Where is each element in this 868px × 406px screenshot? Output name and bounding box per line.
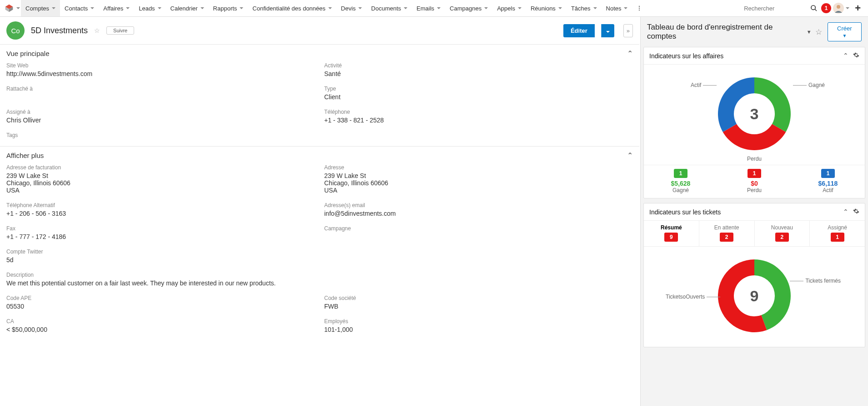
app-menu-caret[interactable] [16, 7, 20, 9]
user-avatar[interactable] [832, 2, 845, 15]
kpi-label: Perdu [717, 187, 791, 193]
favorite-star-icon[interactable]: ☆ [94, 27, 100, 34]
nav-item-notes[interactable]: Notes [602, 0, 632, 16]
nav-item-calendrier[interactable]: Calendrier [166, 0, 209, 16]
chevron-down-icon [404, 7, 407, 9]
nav-item-leads[interactable]: Leads [134, 0, 166, 16]
nav-item-campagnes[interactable]: Campagnes [445, 0, 492, 16]
chevron-down-icon [558, 7, 562, 9]
favorite-star-icon[interactable]: ☆ [815, 27, 822, 37]
app-logo[interactable] [3, 2, 15, 15]
field-value: Client [324, 93, 633, 101]
nav-item-label: Leads [139, 5, 155, 12]
dashlet-deals: Indicateurs sur les affaires ⌃ [643, 47, 865, 198]
field-label: Assigné à [6, 109, 315, 115]
nav-item-label: Rapports [213, 5, 237, 12]
nav-item-t-ches[interactable]: Tâches [567, 0, 602, 16]
search-input[interactable] [740, 2, 807, 15]
kpi-actif[interactable]: 1$6,118Actif [791, 165, 865, 198]
chevron-down-icon [484, 7, 488, 9]
ticket-tab-name: Nouveau [755, 224, 810, 231]
kpi-count: 1 [821, 169, 835, 178]
chevron-down-icon [158, 7, 161, 9]
kpi-count: 1 [674, 169, 687, 178]
assigned-user-link[interactable]: Chris Olliver [6, 117, 41, 124]
chevron-down-icon [126, 7, 130, 9]
kpi-amount: $6,118 [791, 180, 865, 187]
kpi-label: Actif [791, 187, 865, 193]
nav-item-affaires[interactable]: Affaires [99, 0, 134, 16]
create-button[interactable]: Créer ▼ [828, 22, 862, 41]
gear-icon[interactable] [853, 52, 859, 60]
dashboard-header: Tableau de bord d'enregistrement de comp… [641, 17, 868, 47]
notification-badge[interactable]: 1 [821, 3, 831, 13]
nav-item-contacts[interactable]: Contacts [60, 0, 99, 16]
nav-item-comptes[interactable]: Comptes [21, 0, 60, 16]
global-create-button[interactable]: + [850, 2, 865, 14]
edit-dropdown-button[interactable] [601, 24, 614, 37]
field-label: Description [6, 272, 633, 278]
ticket-tab-name: En attente [699, 224, 754, 231]
nav-item-rapports[interactable]: Rapports [209, 0, 248, 16]
nav-item-devis[interactable]: Devis [336, 0, 367, 16]
svg-point-4 [639, 8, 640, 9]
fax-link[interactable]: +1 - 777 - 172 - 4186 [6, 233, 66, 240]
record-avatar: Co [6, 21, 25, 40]
nav-item-label: Emails [416, 5, 434, 12]
ticket-tab-nouveau[interactable]: Nouveau2 [755, 221, 810, 246]
chevron-down-icon [518, 7, 522, 9]
altphone-link[interactable]: +1 - 206 - 506 - 3163 [6, 210, 66, 217]
nav-item-label: Appels [497, 5, 515, 12]
field-label: Rattaché à [6, 86, 315, 92]
ticket-tab-count: 2 [720, 233, 733, 242]
nav-item-r-unions[interactable]: Réunions [526, 0, 567, 16]
chevron-down-icon [328, 7, 332, 9]
kpi-gagné[interactable]: 1$5,628Gagné [644, 165, 717, 198]
collapse-icon[interactable]: ⌃ [843, 52, 848, 60]
chevron-up-icon[interactable]: ⌃ [627, 151, 633, 160]
section-main-view[interactable]: Vue principale ⌃ [0, 45, 639, 62]
ticket-tab-assign-[interactable]: Assigné1 [810, 221, 865, 246]
nav-item-documents[interactable]: Documents [366, 0, 412, 16]
field-label: CA [6, 318, 315, 325]
field-label: Code société [324, 295, 633, 301]
nav-item-confidentialit-des-donn-es[interactable]: Confidentialité des données [248, 0, 336, 16]
section-show-more[interactable]: Afficher plus ⌃ [0, 147, 639, 164]
dashlet-title: Indicateurs sur les tickets [649, 208, 721, 216]
phone-link[interactable]: +1 - 338 - 821 - 2528 [324, 117, 384, 124]
dashlet-tickets: Indicateurs sur les tickets ⌃ Résumé9En … [643, 203, 865, 347]
user-menu-caret[interactable] [846, 7, 849, 9]
field-label: Téléphone [324, 109, 633, 115]
field-value: 5d [6, 256, 633, 264]
svg-line-7 [815, 9, 817, 11]
field-label: Code APE [6, 295, 315, 301]
field-label: Fax [6, 225, 315, 232]
dashboard-title[interactable]: Tableau de bord d'enregistrement de comp… [647, 23, 803, 41]
edit-button[interactable]: Éditer [563, 24, 595, 37]
ticket-tab-r-sum-[interactable]: Résumé9 [644, 221, 699, 246]
chevron-down-icon [624, 7, 627, 9]
chevron-down-icon [90, 7, 94, 9]
field-value: 101-1,000 [324, 326, 633, 333]
search-icon[interactable] [808, 2, 820, 15]
chevron-down-icon[interactable]: ▼ [807, 29, 812, 35]
record-title: 5D Investments [31, 26, 88, 36]
field-value: Chicago, Illinois 60606 [6, 179, 315, 187]
ticket-tab-en-attente[interactable]: En attente2 [699, 221, 755, 246]
kpi-perdu[interactable]: 1$0Perdu [717, 165, 791, 198]
collapse-sidebar-button[interactable]: » [623, 24, 633, 37]
follow-button[interactable]: Suivre [106, 26, 134, 35]
email-link[interactable]: info@5dinvestments.com [324, 210, 396, 217]
nav-overflow[interactable] [633, 2, 646, 15]
nav-item-emails[interactable]: Emails [412, 0, 445, 16]
nav-item-appels[interactable]: Appels [492, 0, 526, 16]
website-link[interactable]: http://www.5dinvestments.com [6, 70, 92, 77]
field-label: Activité [324, 62, 633, 69]
chevron-down-icon [437, 7, 441, 9]
gear-icon[interactable] [853, 208, 859, 216]
dashboard-pane: Tableau de bord d'enregistrement de comp… [641, 17, 868, 406]
tickets-donut-chart: 9 TicketsoOuverts Tickets fermés [709, 250, 800, 341]
ticket-tab-count: 9 [664, 233, 678, 242]
collapse-icon[interactable]: ⌃ [843, 208, 848, 216]
chevron-up-icon[interactable]: ⌃ [627, 49, 633, 58]
